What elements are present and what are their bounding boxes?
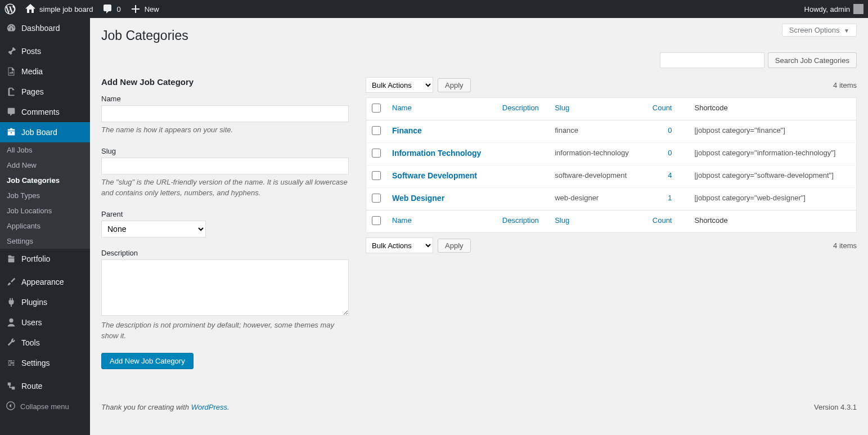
slug-input[interactable] (101, 158, 349, 174)
search-button[interactable]: Search Job Categories (768, 52, 857, 68)
screen-options-toggle[interactable]: Screen Options ▼ (782, 24, 857, 37)
row-slug: web-designer (549, 188, 642, 210)
row-description (497, 165, 549, 188)
col-description[interactable]: Description (502, 216, 539, 225)
description-textarea[interactable] (101, 259, 349, 316)
wordpress-link[interactable]: WordPress (191, 403, 227, 411)
sidebar-item-posts[interactable]: Posts (0, 41, 90, 61)
new-link[interactable]: New (130, 3, 159, 15)
col-slug[interactable]: Slug (555, 216, 569, 225)
wrench-icon (6, 337, 17, 348)
col-count[interactable]: Count (653, 216, 672, 225)
version-text: Version 4.3.1 (814, 403, 857, 411)
wp-logo[interactable] (5, 3, 16, 15)
row-slug: software-development (549, 165, 642, 188)
col-count[interactable]: Count (653, 104, 672, 112)
sidebar-item-portfolio[interactable]: Portfolio (0, 249, 90, 269)
row-shortcode: [jobpost category="information-technolog… (689, 143, 856, 165)
comments-count: 0 (116, 5, 120, 14)
sidebar-item-comments[interactable]: Comments (0, 102, 90, 122)
pin-icon (6, 46, 17, 57)
row-slug: finance (549, 120, 642, 143)
admin-sidebar: Dashboard Posts Media Pages Comments Job… (0, 18, 90, 435)
table-row: Software Developmentsoftware-development… (366, 165, 857, 188)
page-title: Job Categories (101, 18, 857, 49)
sidebar-item-label: Job Board (21, 128, 57, 137)
sidebar-item-plugins[interactable]: Plugins (0, 292, 90, 312)
table-area: Bulk Actions Apply 4 items Name Descript… (366, 77, 857, 369)
comment-icon (6, 106, 17, 118)
row-description (497, 188, 549, 210)
row-count-link[interactable]: 0 (668, 149, 672, 157)
account-link[interactable]: Howdy, admin (804, 4, 863, 14)
comments-link[interactable]: 0 (102, 3, 120, 15)
sidebar-item-appearance[interactable]: Appearance (0, 272, 90, 292)
select-all-bottom[interactable] (372, 216, 381, 225)
row-name-link[interactable]: Software Development (392, 171, 477, 180)
wordpress-icon (5, 3, 16, 15)
row-checkbox[interactable] (372, 171, 381, 180)
select-all-top[interactable] (372, 104, 381, 113)
sidebar-sub-jobtypes[interactable]: Job Types (0, 188, 90, 203)
sidebar-sub-settings[interactable]: Settings (0, 234, 90, 249)
row-count-link[interactable]: 1 (668, 194, 672, 202)
row-count-link[interactable]: 0 (668, 126, 672, 134)
sidebar-item-label: Comments (21, 107, 60, 116)
row-name-link[interactable]: Web Designer (392, 194, 444, 203)
sidebar-item-label: Plugins (21, 298, 47, 307)
row-checkbox[interactable] (372, 149, 381, 158)
site-link[interactable]: simple job board (25, 3, 93, 15)
user-icon (6, 317, 17, 328)
col-name[interactable]: Name (392, 216, 412, 225)
footer: Thank you for creating with WordPress. V… (101, 403, 857, 411)
sidebar-sub-addnew[interactable]: Add New (0, 158, 90, 173)
search-input[interactable] (660, 52, 764, 68)
apply-bottom[interactable]: Apply (438, 239, 471, 253)
row-description (497, 120, 549, 143)
parent-select[interactable]: None (101, 221, 206, 237)
name-desc: The name is how it appears on your site. (101, 124, 349, 136)
sidebar-item-jobboard[interactable]: Job Board (0, 122, 90, 142)
sidebar-item-label: Tools (21, 338, 40, 347)
col-slug[interactable]: Slug (555, 104, 569, 112)
row-count-link[interactable]: 4 (668, 171, 672, 180)
bulk-actions-bottom[interactable]: Bulk Actions (366, 237, 433, 253)
content: Screen Options ▼ Job Categories Search J… (90, 18, 868, 435)
sidebar-item-media[interactable]: Media (0, 61, 90, 82)
row-checkbox[interactable] (372, 126, 381, 135)
row-checkbox[interactable] (372, 194, 381, 203)
brush-icon (6, 276, 17, 288)
admin-bar: simple job board 0 New Howdy, admin (0, 0, 868, 18)
avatar (853, 4, 863, 14)
row-name-link[interactable]: Finance (392, 126, 422, 135)
new-label: New (145, 5, 159, 14)
media-icon (6, 66, 17, 77)
collapse-icon (6, 401, 16, 412)
parent-label: Parent (101, 210, 349, 218)
sidebar-item-label: Dashboard (21, 24, 60, 33)
row-name-link[interactable]: Information Technology (392, 149, 481, 158)
sidebar-item-pages[interactable]: Pages (0, 82, 90, 102)
sidebar-item-settings[interactable]: Settings (0, 353, 90, 373)
sidebar-item-route[interactable]: Route (0, 376, 90, 396)
submit-button[interactable]: Add New Job Category (101, 353, 194, 369)
name-input[interactable] (101, 105, 349, 122)
col-name[interactable]: Name (392, 104, 412, 112)
apply-top[interactable]: Apply (438, 78, 471, 92)
sidebar-sub-joblocations[interactable]: Job Locations (0, 203, 90, 218)
plug-icon (6, 297, 17, 308)
plus-icon (130, 3, 141, 15)
sidebar-item-tools[interactable]: Tools (0, 333, 90, 353)
sidebar-sub-alljobs[interactable]: All Jobs (0, 142, 90, 158)
sidebar-item-users[interactable]: Users (0, 312, 90, 333)
sidebar-item-dashboard[interactable]: Dashboard (0, 18, 90, 38)
bulk-actions-top[interactable]: Bulk Actions (366, 77, 433, 93)
row-shortcode: [jobpost category="software-development"… (689, 165, 856, 188)
sidebar-item-label: Settings (21, 358, 50, 367)
col-description[interactable]: Description (502, 104, 539, 112)
sidebar-sub-applicants[interactable]: Applicants (0, 218, 90, 234)
sidebar-sub-jobcategories[interactable]: Job Categories (0, 173, 90, 188)
collapse-menu[interactable]: Collapse menu (0, 396, 90, 417)
screen-options-label: Screen Options (789, 26, 840, 34)
col-shortcode: Shortcode (689, 210, 856, 233)
